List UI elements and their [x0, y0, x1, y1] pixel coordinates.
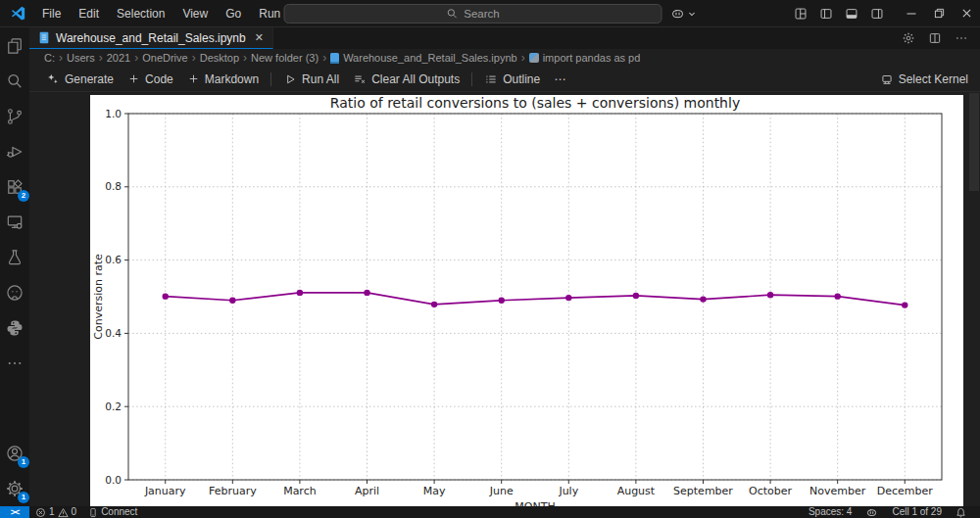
- notebook-file-icon: [38, 31, 50, 44]
- github-icon[interactable]: [3, 281, 26, 305]
- conversion-rate-chart: 0.00.20.40.60.81.0JanuaryFebruaryMarchAp…: [90, 95, 963, 506]
- cell-indicator[interactable]: Cell 1 of 29: [886, 506, 948, 518]
- testing-icon[interactable]: [3, 246, 26, 269]
- add-code-cell-button[interactable]: Code: [121, 70, 180, 89]
- accounts-icon[interactable]: 1: [3, 442, 26, 465]
- kernel-icon: [880, 72, 894, 86]
- layout-controls: [780, 7, 898, 21]
- menu-selection[interactable]: Selection: [109, 4, 172, 24]
- breadcrumb-separator: ›: [322, 51, 326, 65]
- run-debug-icon[interactable]: [3, 140, 26, 164]
- breadcrumb-item[interactable]: Users: [67, 52, 95, 64]
- notebook-toolbar: Generate Code Markdown Run All Clear All…: [29, 67, 980, 92]
- editor-group: Warehouse_and_Retail_Sales.ipynb ✕ C:›Us…: [29, 27, 980, 506]
- remote-indicator[interactable]: ><: [0, 506, 29, 518]
- settings-badge: 1: [18, 492, 29, 503]
- data-point-marker: [767, 292, 773, 298]
- breadcrumb-item[interactable]: Warehouse_and_Retail_Sales.ipynb: [330, 52, 517, 64]
- svg-text:June: June: [489, 485, 514, 497]
- data-point-marker: [431, 302, 437, 307]
- clear-outputs-icon: [353, 72, 367, 86]
- run-all-icon: [283, 72, 297, 86]
- data-point-marker: [297, 290, 303, 296]
- outline-button[interactable]: Outline: [477, 70, 547, 89]
- toggle-panel-icon[interactable]: [845, 7, 858, 21]
- svg-text:November: November: [809, 485, 866, 497]
- problems-indicator[interactable]: 1 0: [29, 506, 82, 518]
- svg-text:July: July: [558, 485, 578, 497]
- toggle-secondary-sidebar-icon[interactable]: [870, 7, 884, 21]
- run-all-button[interactable]: Run All: [276, 70, 346, 89]
- chart-title: Ratio of retail conversions to (sales + …: [330, 95, 740, 111]
- plus-icon: [127, 72, 140, 85]
- python-icon[interactable]: [3, 316, 26, 340]
- breadcrumb-separator: ›: [59, 51, 63, 65]
- titlebar-right: [780, 0, 980, 26]
- copilot-icon: [865, 506, 878, 518]
- copilot-status[interactable]: [859, 506, 884, 518]
- svg-text:January: January: [144, 485, 186, 497]
- breadcrumb-item[interactable]: Desktop: [200, 52, 239, 64]
- copilot-menu[interactable]: [670, 6, 697, 22]
- minimize-button[interactable]: [898, 0, 925, 26]
- toggle-primary-sidebar-icon[interactable]: [819, 7, 833, 21]
- breadcrumb-item[interactable]: C:: [44, 52, 55, 64]
- menu-edit[interactable]: Edit: [71, 4, 107, 24]
- settings-gear-icon[interactable]: 1: [3, 477, 26, 500]
- global-search-input[interactable]: Search: [284, 4, 662, 24]
- breadcrumb-item[interactable]: New folder (3): [251, 52, 318, 64]
- plus-icon: [187, 72, 200, 85]
- notebook-settings-gear-icon[interactable]: [902, 31, 915, 45]
- search-sidebar-icon[interactable]: [3, 70, 26, 93]
- add-markdown-cell-button[interactable]: Markdown: [180, 70, 266, 89]
- more-actions-icon[interactable]: [955, 31, 968, 45]
- extensions-badge: 2: [18, 190, 29, 202]
- breadcrumb-item[interactable]: 2021: [107, 52, 130, 64]
- svg-text:0.0: 0.0: [105, 474, 122, 486]
- connect-button[interactable]: Connect: [82, 506, 143, 518]
- breadcrumb: C:›Users›2021›OneDrive›Desktop›New folde…: [29, 49, 980, 67]
- clear-all-outputs-button[interactable]: Clear All Outputs: [346, 70, 466, 89]
- bell-icon: [956, 507, 966, 518]
- breadcrumb-item[interactable]: OneDrive: [142, 52, 187, 64]
- data-point-marker: [163, 293, 169, 299]
- remote-explorer-icon[interactable]: [3, 211, 26, 234]
- svg-text:0.6: 0.6: [105, 254, 122, 265]
- source-control-icon[interactable]: [3, 105, 26, 128]
- breadcrumb-item[interactable]: import pandas as pd: [529, 52, 641, 64]
- error-icon: [35, 507, 46, 518]
- tab-notebook[interactable]: Warehouse_and_Retail_Sales.ipynb ✕: [29, 27, 273, 49]
- editor-scrollbar[interactable]: [969, 93, 979, 191]
- toolbar-more-button[interactable]: ⋯: [547, 70, 572, 89]
- generate-button[interactable]: Generate: [39, 70, 121, 89]
- breadcrumb-separator: ›: [134, 51, 138, 65]
- data-point-marker: [229, 298, 235, 304]
- status-bar: >< 1 0 Connect Spaces: 4 Cell 1 of 29: [0, 506, 980, 518]
- more-views-icon[interactable]: [3, 352, 26, 375]
- spaces-indicator[interactable]: Spaces: 4: [803, 506, 858, 518]
- select-kernel-button[interactable]: Select Kernel: [880, 72, 980, 86]
- search-placeholder: Search: [464, 8, 499, 20]
- menu-bar: FileEditSelectionViewGoRun⋯: [34, 4, 318, 24]
- data-point-marker: [364, 290, 369, 296]
- chart-figure: 0.00.20.40.60.81.0JanuaryFebruaryMarchAp…: [90, 95, 963, 506]
- svg-text:April: April: [355, 485, 379, 497]
- menu-file[interactable]: File: [34, 4, 69, 24]
- notebook-cell-output: 0.00.20.40.60.81.0JanuaryFebruaryMarchAp…: [29, 92, 980, 506]
- data-point-marker: [902, 302, 907, 307]
- tab-close-icon[interactable]: ✕: [255, 31, 264, 44]
- accounts-badge: 1: [18, 456, 29, 468]
- svg-text:February: February: [209, 485, 257, 497]
- customize-layout-icon[interactable]: [794, 7, 808, 21]
- restore-button[interactable]: [925, 0, 953, 26]
- close-window-button[interactable]: [953, 0, 980, 26]
- svg-text:October: October: [749, 485, 792, 497]
- menu-go[interactable]: Go: [218, 4, 249, 24]
- svg-text:August: August: [617, 485, 656, 497]
- extensions-icon[interactable]: 2: [3, 175, 26, 199]
- explorer-icon[interactable]: [3, 34, 26, 58]
- menu-view[interactable]: View: [174, 4, 216, 24]
- notifications-bell[interactable]: [950, 507, 972, 518]
- split-editor-icon[interactable]: [928, 31, 942, 45]
- device-icon: [88, 507, 98, 518]
